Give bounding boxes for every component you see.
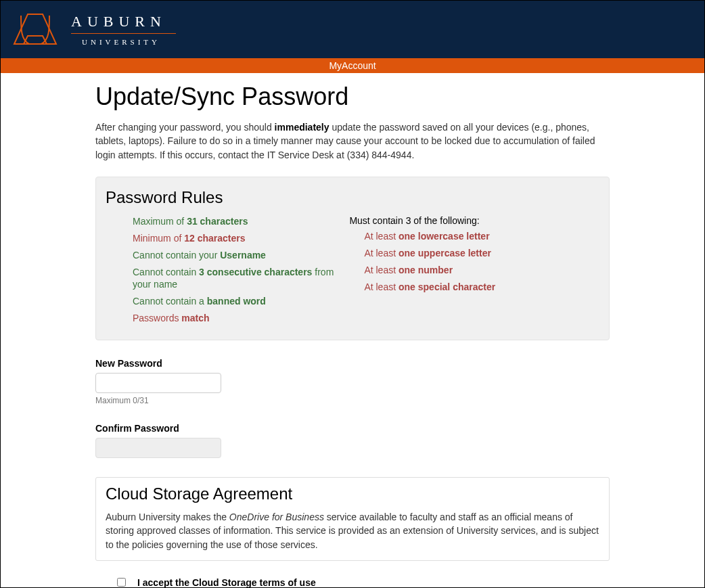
rules-heading: Password Rules [106,188,599,207]
rule-special: At least one special character [349,281,599,294]
rule-upper: At least one uppercase letter [349,247,599,260]
rules-subhead: Must contain 3 of the following: [349,215,599,226]
accept-label: I accept the Cloud Storage terms of use [137,577,316,588]
new-password-group: New Password Maximum 0/31 [95,358,610,405]
navbar-title: MyAccount [329,60,376,71]
rule-min: Minimum of 12 characters [133,232,342,245]
brand-logo[interactable]: AUBURN UNIVERSITY [9,9,176,51]
rule-banned: Cannot contain a banned word [133,295,342,308]
new-password-help: Maximum 0/31 [95,396,610,405]
rule-max: Maximum of 31 characters [133,215,342,228]
navbar-myaccount[interactable]: MyAccount [1,58,704,73]
brand-sub: UNIVERSITY [71,38,176,46]
rule-username: Cannot contain your Username [133,249,342,262]
new-password-label: New Password [95,358,610,369]
password-rules-panel: Password Rules Maximum of 31 characters … [95,177,610,340]
rules-left-col: Maximum of 31 characters Minimum of 12 c… [106,215,342,329]
rules-right-col: Must contain 3 of the following: At leas… [342,215,599,329]
cloud-p1: Auburn University makes the OneDrive for… [106,510,599,551]
rule-consec: Cannot contain 3 consecutive characters … [133,266,342,292]
rule-match: Passwords match [133,312,342,325]
main-container: Update/Sync Password After changing your… [95,73,610,588]
cloud-heading: Cloud Storage Agreement [106,484,599,503]
brand-text: AUBURN UNIVERSITY [71,13,176,46]
new-password-input[interactable] [95,373,221,393]
site-header: AUBURN UNIVERSITY [1,1,704,58]
accept-checkbox[interactable] [117,578,126,587]
page-title: Update/Sync Password [95,83,610,111]
brand-divider [71,33,176,34]
au-logo-icon [9,9,62,51]
rule-lower: At least one lowercase letter [349,230,599,243]
rule-number: At least one number [349,264,599,277]
cloud-agreement-box[interactable]: Cloud Storage Agreement Auburn Universit… [95,477,610,561]
confirm-password-label: Confirm Password [95,423,610,434]
confirm-password-input[interactable] [95,438,221,458]
confirm-password-group: Confirm Password [95,423,610,458]
intro-text: After changing your password, you should… [95,120,610,162]
brand-name: AUBURN [71,13,176,30]
accept-row: I accept the Cloud Storage terms of use [95,576,610,588]
